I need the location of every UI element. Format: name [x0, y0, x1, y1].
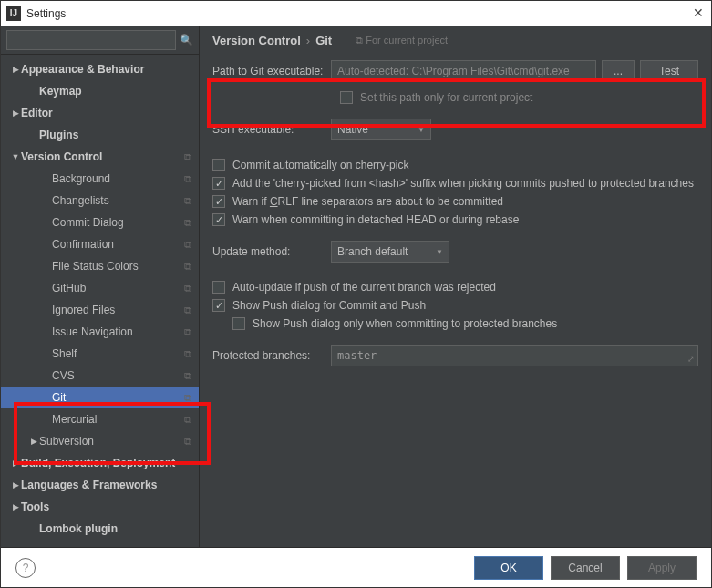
cherry-auto-label: Commit automatically on cherry-pick [232, 159, 408, 171]
sidebar-item-tools[interactable]: ▶Tools [1, 496, 199, 518]
apply-button[interactable]: Apply [627, 556, 697, 580]
sidebar-item-version-control[interactable]: ▼Version Control⧉ [1, 146, 199, 168]
sidebar-item-label: Version Control [21, 150, 199, 163]
auto-update-checkbox[interactable] [212, 281, 225, 294]
sidebar-item-languages-frameworks[interactable]: ▶Languages & Frameworks [1, 474, 199, 496]
chevron-right-icon: ▶ [10, 108, 21, 118]
protected-branches-field[interactable]: master ⤢ [331, 345, 698, 366]
sidebar-item-keymap[interactable]: Keymap [1, 80, 199, 102]
sidebar-item-build-execution-deployment[interactable]: ▶Build, Execution, Deployment [1, 452, 199, 474]
ssh-select[interactable]: Native ▼ [331, 119, 431, 140]
protected-branches-row: Protected branches: master ⤢ [212, 345, 698, 366]
chevron-right-icon: ▶ [10, 65, 21, 74]
cherry-suffix-checkbox[interactable] [212, 177, 225, 190]
sidebar-item-shelf[interactable]: Shelf⧉ [1, 343, 199, 365]
detached-checkbox[interactable] [212, 213, 225, 226]
copy-icon: ⧉ [184, 326, 191, 338]
sidebar-item-ignored-files[interactable]: Ignored Files⧉ [1, 299, 199, 321]
footer: ? OK Cancel Apply [1, 547, 711, 587]
test-button[interactable]: Test [640, 60, 698, 82]
sidebar-item-label: Tools [21, 500, 199, 513]
breadcrumb: Version Control › Git ⧉For current proje… [212, 34, 698, 47]
chevron-down-icon: ▼ [436, 248, 443, 256]
git-executable-field[interactable]: Auto-detected: C:\Program Files\Git\cmd\… [331, 60, 596, 82]
crlf-checkbox[interactable] [212, 195, 225, 208]
sidebar-item-label: Issue Navigation [52, 325, 199, 338]
set-path-only-checkbox[interactable] [340, 91, 353, 104]
sidebar-item-label: GitHub [52, 282, 199, 294]
main-panel: Version Control › Git ⧉For current proje… [200, 26, 711, 547]
sidebar-item-confirmation[interactable]: Confirmation⧉ [1, 233, 199, 255]
sidebar-item-plugins[interactable]: Plugins [1, 124, 199, 146]
settings-tree: ▶Appearance & BehaviorKeymap▶EditorPlugi… [1, 55, 199, 547]
cherry-auto-row: Commit automatically on cherry-pick [212, 159, 698, 171]
sidebar-item-label: Build, Execution, Deployment [21, 457, 199, 469]
sidebar-item-label: Keymap [39, 85, 199, 98]
copy-icon: ⧉ [184, 436, 191, 448]
chevron-right-icon: ▶ [28, 437, 39, 446]
cherry-auto-checkbox[interactable] [212, 159, 225, 171]
sidebar-item-label: Editor [21, 107, 199, 119]
search-input[interactable] [6, 30, 176, 50]
sidebar-item-label: Plugins [39, 129, 199, 141]
sidebar-item-label: Lombok plugin [39, 522, 199, 535]
ssh-label: SSH executable: [212, 123, 331, 136]
copy-icon: ⧉ [184, 392, 191, 404]
copy-icon: ⧉ [184, 283, 191, 294]
show-push-label: Show Push dialog for Commit and Push [232, 299, 426, 312]
set-path-only-label: Set this path only for current project [360, 91, 532, 104]
sidebar-item-issue-navigation[interactable]: Issue Navigation⧉ [1, 321, 199, 343]
chevron-down-icon: ▼ [418, 126, 425, 134]
sidebar-item-label: Subversion [39, 435, 199, 448]
chevron-right-icon: › [306, 34, 310, 47]
crlf-row: Warn if CRLF line separators are about t… [212, 195, 698, 208]
ok-button[interactable]: OK [474, 556, 543, 580]
window-title: Settings [26, 7, 66, 20]
browse-button[interactable]: ... [602, 60, 635, 82]
set-path-only-row: Set this path only for current project [340, 91, 698, 104]
sidebar-item-background[interactable]: Background⧉ [1, 168, 199, 190]
show-push-checkbox[interactable] [212, 299, 225, 312]
cancel-button[interactable]: Cancel [551, 556, 620, 580]
sidebar-item-mercurial[interactable]: Mercurial⧉ [1, 408, 199, 430]
copy-icon: ⧉ [184, 348, 191, 360]
help-button[interactable]: ? [15, 558, 36, 578]
sidebar-item-lombok-plugin[interactable]: Lombok plugin [1, 518, 199, 540]
copy-icon: ⧉ [184, 414, 191, 426]
app-icon: IJ [6, 6, 21, 21]
show-push-protected-label: Show Push dialog only when committing to… [253, 317, 557, 330]
chevron-right-icon: ▶ [10, 502, 21, 511]
sidebar-item-label: File Status Colors [52, 260, 199, 273]
breadcrumb-root[interactable]: Version Control [212, 34, 301, 47]
crlf-label: Warn if CRLF line separators are about t… [232, 195, 503, 208]
sidebar-item-github[interactable]: GitHub⧉ [1, 277, 199, 299]
path-label: Path to Git executable: [212, 65, 331, 77]
detached-row: Warn when committing in detached HEAD or… [212, 213, 698, 226]
copy-icon: ⧉ [184, 370, 191, 382]
copy-icon: ⧉ [184, 261, 191, 273]
path-row: Path to Git executable: Auto-detected: C… [212, 60, 698, 82]
show-push-protected-checkbox[interactable] [232, 317, 245, 330]
sidebar-item-changelists[interactable]: Changelists⧉ [1, 190, 199, 211]
auto-update-label: Auto-update if push of the current branc… [232, 281, 496, 294]
sidebar-item-commit-dialog[interactable]: Commit Dialog⧉ [1, 211, 199, 233]
sidebar-item-file-status-colors[interactable]: File Status Colors⧉ [1, 255, 199, 277]
sidebar-item-cvs[interactable]: CVS⧉ [1, 365, 199, 387]
show-push-protected-row: Show Push dialog only when committing to… [232, 317, 698, 330]
sidebar-item-label: Commit Dialog [52, 216, 199, 229]
scope-hint: ⧉For current project [356, 35, 448, 46]
protected-branches-label: Protected branches: [212, 349, 331, 362]
sidebar-item-label: Changelists [52, 194, 199, 207]
update-method-row: Update method: Branch default ▼ [212, 241, 698, 263]
update-method-select[interactable]: Branch default ▼ [331, 241, 449, 263]
sidebar-item-appearance-behavior[interactable]: ▶Appearance & Behavior [1, 58, 199, 80]
sidebar-item-subversion[interactable]: ▶Subversion⧉ [1, 430, 199, 452]
expand-icon[interactable]: ⤢ [687, 355, 695, 364]
sidebar-item-git[interactable]: Git⧉ [1, 387, 199, 408]
sidebar: 🔍 ▶Appearance & BehaviorKeymap▶EditorPlu… [1, 26, 200, 547]
close-icon[interactable]: ✕ [693, 5, 704, 20]
show-push-row: Show Push dialog for Commit and Push [212, 299, 698, 312]
cherry-suffix-label: Add the 'cherry-picked from <hash>' suff… [232, 177, 694, 190]
copy-icon: ⧉ [184, 217, 191, 229]
sidebar-item-editor[interactable]: ▶Editor [1, 102, 199, 124]
